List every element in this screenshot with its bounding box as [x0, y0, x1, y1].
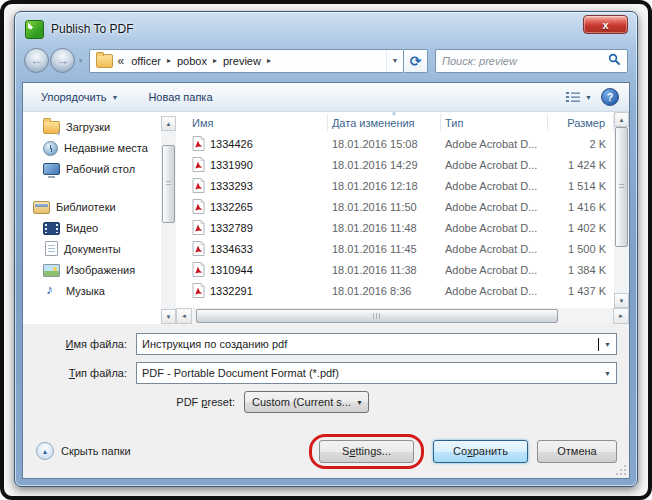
file-name: 1332291 — [210, 285, 253, 297]
scroll-down-icon[interactable]: ▼ — [614, 293, 629, 308]
file-list-pane: ▼ Имя Дата изменения Тип Размер — [176, 112, 629, 324]
sidebar-item-label: Загрузки — [66, 121, 110, 133]
table-row[interactable]: 1333293 18.01.2016 12:18 Adobe Acrobat D… — [176, 175, 614, 196]
breadcrumb-separator-icon[interactable]: ▸ — [210, 56, 220, 65]
cancel-button[interactable]: Отмена — [537, 440, 617, 463]
chevron-down-icon[interactable]: ▼ — [599, 334, 616, 354]
breadcrumb-separator-icon[interactable]: ▸ — [264, 56, 274, 65]
pdf-file-icon — [192, 241, 205, 256]
file-list-wrap: ▼ Имя Дата изменения Тип Размер — [176, 112, 629, 308]
help-button[interactable]: ? — [601, 88, 619, 106]
save-button[interactable]: Сохранить — [433, 440, 528, 463]
search-placeholder: Поиск: preview — [442, 55, 608, 67]
back-button[interactable]: ← — [24, 48, 49, 73]
address-bar[interactable]: « officer ▸ pobox ▸ — [89, 49, 404, 73]
search-icon[interactable] — [608, 53, 621, 68]
sort-indicator-icon: ▼ — [391, 111, 397, 117]
breadcrumb-overflow-chevrons[interactable]: « — [118, 54, 125, 68]
dialog-client-area: Упорядочить ▼ Новая папка ▼ ? — [22, 82, 630, 479]
new-folder-label: Новая папка — [148, 91, 212, 103]
sidebar-item[interactable]: Загрузки — [23, 116, 161, 137]
address-dropdown-icon[interactable]: ▼ — [386, 50, 403, 72]
resize-grip[interactable] — [624, 473, 626, 475]
scroll-right-icon[interactable]: ► — [613, 308, 629, 324]
chevron-down-icon[interactable]: ▼ — [599, 363, 616, 383]
toolbar-right-group: ▼ ? — [565, 88, 619, 106]
file-date-cell: 18.01.2016 11:45 — [328, 243, 441, 255]
file-name: 1332265 — [210, 201, 253, 213]
file-type-select[interactable]: PDF - Portable Document Format (*.pdf) ▼ — [136, 362, 617, 384]
views-button[interactable]: ▼ — [565, 91, 592, 103]
screenshot-frame: Publish To PDF x ← → ▾ « officer ▸ — [0, 0, 652, 500]
sidebar-item-label: Видео — [66, 222, 98, 234]
recent-pages-dropdown-icon[interactable]: ▾ — [79, 57, 83, 65]
sidebar-item-icon — [43, 141, 58, 156]
sidebar-item-label: Изображения — [66, 264, 135, 276]
corel-publish-icon — [25, 20, 44, 39]
hide-folders-button[interactable]: ▲ Скрыть папки — [36, 442, 131, 460]
sidebar-item[interactable]: Документы — [23, 238, 161, 259]
refresh-button[interactable]: ⟳ — [404, 49, 428, 73]
table-row[interactable]: 1332789 18.01.2016 11:48 Adobe Acrobat D… — [176, 217, 614, 238]
breadcrumb-separator-icon[interactable]: ▸ — [164, 56, 174, 65]
new-folder-button[interactable]: Новая папка — [140, 88, 220, 106]
scroll-down-icon[interactable]: ▼ — [161, 309, 176, 324]
chevron-down-icon[interactable]: ▼ — [351, 392, 368, 412]
scroll-track[interactable] — [614, 247, 629, 293]
file-name: 1333293 — [210, 180, 253, 192]
forward-button[interactable]: → — [50, 48, 75, 73]
table-row[interactable]: 1332265 18.01.2016 11:50 Adobe Acrobat D… — [176, 196, 614, 217]
settings-button[interactable]: Settings... — [319, 440, 414, 463]
file-size-cell: 1 402 K — [548, 222, 614, 234]
sidebar-item-icon — [43, 264, 60, 277]
scroll-thumb[interactable] — [196, 309, 558, 323]
breadcrumb-crumb[interactable]: pobox — [174, 55, 210, 67]
file-name-cell: 1334633 — [188, 241, 328, 256]
table-row[interactable]: 1332291 18.01.2016 8:36 Adobe Acrobat D.… — [176, 280, 614, 301]
breadcrumb-crumb[interactable]: preview — [220, 55, 264, 67]
breadcrumb-crumb[interactable]: officer — [128, 55, 164, 67]
table-row[interactable]: 1310944 18.01.2016 11:38 Adobe Acrobat D… — [176, 259, 614, 280]
sidebar-scrollbar[interactable]: ▲ ▼ — [161, 116, 176, 324]
scroll-up-icon[interactable]: ▲ — [161, 116, 176, 131]
sidebar-item[interactable]: Изображения — [23, 259, 161, 280]
table-row[interactable]: 1334426 18.01.2016 15:08 Adobe Acrobat D… — [176, 133, 614, 154]
sidebar-item[interactable]: Видео — [23, 217, 161, 238]
search-box[interactable]: Поиск: preview — [435, 49, 628, 73]
file-list-scrollbar[interactable]: ▲ ▼ — [614, 112, 629, 308]
column-header-type[interactable]: Тип — [441, 114, 548, 131]
column-header-size[interactable]: Размер — [548, 114, 614, 131]
scroll-track[interactable] — [161, 131, 176, 145]
column-header-date[interactable]: Дата изменения — [328, 114, 441, 131]
scroll-track[interactable] — [161, 223, 176, 309]
pdf-file-icon — [192, 220, 205, 235]
title-bar[interactable]: Publish To PDF x — [15, 12, 637, 43]
file-name-cell: 1332265 — [188, 199, 328, 214]
sidebar-item[interactable]: Музыка — [23, 280, 161, 301]
table-row[interactable]: 1331990 18.01.2016 14:29 Adobe Acrobat D… — [176, 154, 614, 175]
sidebar-item[interactable]: Недавние места — [23, 137, 161, 158]
views-dropdown-icon[interactable]: ▼ — [585, 94, 592, 101]
close-button[interactable]: x — [583, 15, 628, 34]
scroll-thumb[interactable] — [162, 145, 175, 223]
scroll-up-icon[interactable]: ▲ — [614, 112, 629, 127]
browse-area: Загрузки Недавние места Рабочий стол — [23, 112, 629, 324]
scroll-left-icon[interactable]: ◄ — [176, 308, 192, 324]
file-date-cell: 18.01.2016 12:18 — [328, 180, 441, 192]
column-header-name[interactable]: Имя — [188, 114, 328, 131]
collapse-up-icon: ▲ — [36, 442, 54, 460]
table-row[interactable]: 1334633 18.01.2016 11:45 Adobe Acrobat D… — [176, 238, 614, 259]
horizontal-scrollbar[interactable]: ◄ ► — [176, 308, 629, 324]
organize-menu-button[interactable]: Упорядочить ▼ — [33, 88, 126, 106]
breadcrumb-segment: officer ▸ — [128, 55, 174, 67]
sidebar-item-label: Музыка — [66, 285, 105, 297]
sidebar-item-label: Документы — [64, 243, 121, 255]
file-name-input[interactable]: Инструкция по созданию pdf ▼ — [136, 333, 617, 355]
pdf-preset-select[interactable]: Custom (Current s... ▼ — [244, 391, 369, 413]
sidebar-item[interactable]: Рабочий стол — [23, 158, 161, 179]
scroll-track[interactable] — [558, 308, 613, 324]
scroll-thumb[interactable] — [615, 127, 628, 247]
window-title: Publish To PDF — [51, 22, 133, 36]
sidebar-item[interactable]: Библиотеки — [23, 196, 161, 217]
file-size-cell: 1 437 K — [548, 285, 614, 297]
